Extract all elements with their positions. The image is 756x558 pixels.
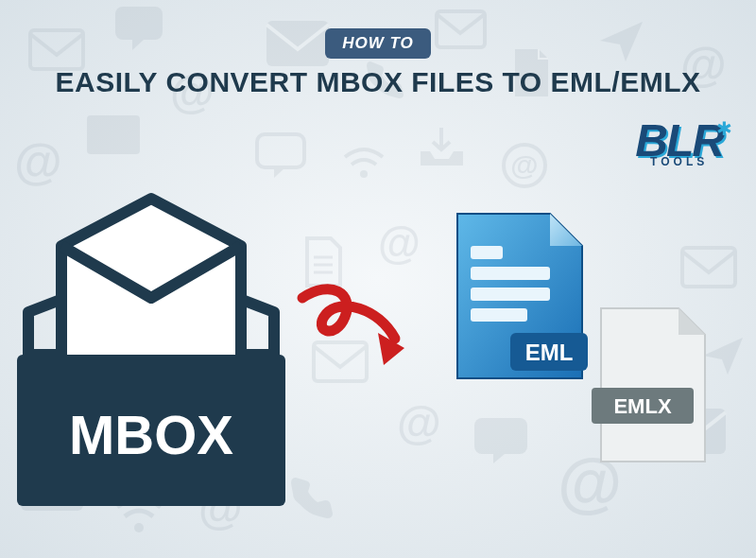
arrow-icon bbox=[284, 274, 444, 388]
chat-icon bbox=[472, 416, 529, 465]
envelope-icon bbox=[680, 246, 737, 288]
at-icon: @ bbox=[14, 132, 62, 189]
svg-rect-20 bbox=[471, 267, 550, 280]
header: HOW TO EASILY CONVERT MBOX FILES TO EML/… bbox=[0, 28, 756, 98]
eml-file-icon: EML bbox=[444, 208, 595, 388]
at-icon: @ bbox=[397, 397, 441, 449]
wifi-icon bbox=[340, 142, 387, 180]
svg-rect-19 bbox=[471, 246, 503, 259]
svg-text:@: @ bbox=[510, 149, 538, 181]
mbox-label: MBOX bbox=[69, 404, 233, 465]
svg-point-6 bbox=[360, 170, 368, 178]
inbox-icon bbox=[416, 123, 468, 170]
emlx-label: EMLX bbox=[613, 394, 671, 418]
brand-logo: ✱ BLR TOOLS bbox=[635, 123, 723, 168]
svg-rect-21 bbox=[471, 288, 550, 301]
svg-rect-17 bbox=[682, 248, 735, 287]
svg-point-16 bbox=[134, 523, 144, 532]
mbox-icon: MBOX bbox=[9, 189, 293, 520]
at-icon: @ bbox=[501, 142, 548, 189]
svg-rect-5 bbox=[257, 134, 304, 167]
svg-point-7 bbox=[504, 145, 545, 186]
svg-rect-13 bbox=[474, 418, 527, 454]
chat-icon bbox=[255, 132, 307, 180]
headline: EASILY CONVERT MBOX FILES TO EML/EMLX bbox=[0, 66, 756, 98]
eml-label: EML bbox=[525, 340, 574, 365]
gear-icon: ✱ bbox=[716, 117, 732, 140]
svg-rect-22 bbox=[471, 308, 527, 322]
svg-rect-4 bbox=[87, 115, 140, 154]
at-icon: @ bbox=[378, 218, 421, 269]
emlx-file-icon: EMLX bbox=[586, 303, 718, 473]
logo-text: BLR bbox=[635, 123, 723, 159]
envelope-icon bbox=[85, 113, 142, 156]
howto-badge: HOW TO bbox=[325, 28, 431, 59]
